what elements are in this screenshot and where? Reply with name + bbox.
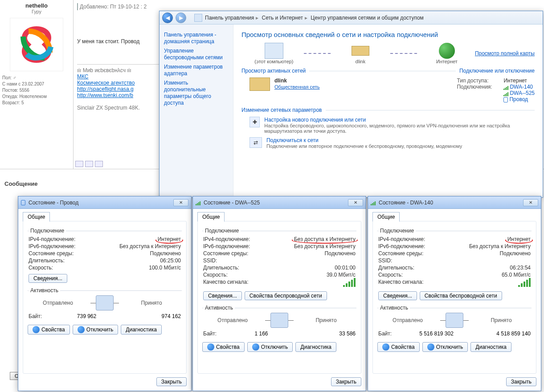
globe-icon	[439, 43, 455, 59]
bytes-sent: 5 516 819 302	[405, 331, 468, 337]
wifi-icon	[371, 200, 376, 205]
forum-author-cell: nethello Гуру Пол: ♂ С нами с 23.02.2007…	[0, 0, 74, 169]
close-icon[interactable]: ✕	[523, 199, 538, 206]
opt-new-connection[interactable]: ✚ Настройка нового подключения или сетиН…	[250, 117, 535, 134]
bytes-recv: 974 162	[118, 313, 181, 319]
close-button[interactable]: Закрыть	[331, 377, 361, 386]
bytes-recv: 33 586	[293, 331, 356, 337]
sig-link-tsenki[interactable]: http://www.tsenki.com/b	[77, 92, 133, 98]
sig-link-mks[interactable]: МКС	[77, 74, 89, 80]
titlebar[interactable]: Состояние - Провод ✕	[18, 196, 191, 209]
details-button[interactable]: Сведения...	[378, 291, 417, 300]
bench-icon	[250, 78, 270, 91]
signal-icon	[518, 279, 531, 287]
nav-back-button[interactable]: ◀	[162, 12, 173, 23]
ipv4-value: Интернет	[158, 236, 181, 242]
active-networks-label: Просмотр активных сетей	[241, 68, 306, 74]
close-icon[interactable]: ✕	[348, 199, 363, 206]
bytes-sent: 739 962	[55, 313, 118, 319]
sent-label: Отправлено	[29, 300, 87, 306]
post-icon	[77, 3, 78, 10]
sidebar: Панель управления - домашняя страница Уп…	[160, 24, 233, 197]
wire-icon	[21, 200, 25, 205]
close-button[interactable]: Закрыть	[506, 377, 536, 386]
computer-icon	[265, 43, 283, 59]
connect-disconnect-link[interactable]: Подключение или отключение	[459, 68, 535, 74]
network-center-window: ◀ ▶ Панель управления▸ Сеть и Интернет▸ …	[159, 11, 543, 198]
close-button[interactable]: Закрыть	[156, 377, 187, 386]
opt-connect-network[interactable]: ⇄ Подключиться к сетиПодключение или пов…	[250, 137, 535, 149]
properties-button[interactable]: Свойства	[202, 342, 245, 352]
sidebar-link-sharing[interactable]: Изменить дополнительные параметры общего…	[164, 80, 229, 106]
shield-icon	[78, 326, 85, 333]
sidebar-link-adapter[interactable]: Изменение параметров адаптера	[164, 64, 229, 77]
ipv4-value: Интернет	[507, 236, 531, 242]
status-window-wire: Состояние - Провод ✕ Общие Подключение I…	[18, 196, 192, 391]
main-pane: Просмотр основных сведений о сети и наст…	[233, 24, 543, 197]
full-map-link[interactable]: Просмотр полной карты	[475, 50, 535, 57]
conn-link-dwa140[interactable]: DWA-140	[510, 84, 533, 90]
titlebar[interactable]: Состояние - DWA--525 ✕	[193, 196, 366, 209]
conn-link-dwa525[interactable]: DWA--525	[510, 90, 535, 96]
nav-forward-button[interactable]: ▶	[176, 12, 186, 23]
message-heading: Сообщение	[4, 180, 38, 187]
bytes-sent: 1 166	[230, 331, 293, 337]
properties-button[interactable]: Свойства	[377, 342, 420, 352]
details-button[interactable]: Сведения...	[203, 291, 242, 300]
activity-computer-icon	[446, 313, 463, 328]
shield-icon	[382, 343, 389, 351]
sig-link-nasa[interactable]: http://spaceflight.nasa.g	[77, 86, 134, 92]
properties-button[interactable]: Свойства	[28, 325, 70, 335]
diagnose-button[interactable]: Диагностика	[470, 342, 511, 352]
author-meta: Пол: ♂ С нами с 23.02.2007 Постов: 5556 …	[2, 75, 71, 106]
shield-icon	[33, 326, 40, 333]
details-button[interactable]: Сведения...	[29, 274, 67, 283]
tab-general[interactable]: Общие	[372, 212, 400, 222]
access-type-value: Интернет	[503, 78, 527, 84]
shield-icon	[252, 343, 259, 351]
email-icon[interactable]	[95, 161, 103, 167]
shield-icon	[427, 343, 434, 351]
signal-icon	[343, 279, 356, 287]
recv-label: Принято	[122, 300, 181, 306]
wireless-props-button[interactable]: Свойства беспроводной сети	[245, 291, 327, 300]
pm-icon[interactable]	[85, 161, 93, 167]
sig-link-agency[interactable]: Космическое агентство	[77, 80, 135, 86]
wireless-props-button[interactable]: Свойства беспроводной сети	[420, 291, 502, 300]
change-params-label: Изменение сетевых параметров	[241, 107, 322, 113]
status-window-dwa140: Состояние - DWA-140 ✕ Общие Подключение …	[368, 196, 541, 391]
wifi-icon	[196, 200, 200, 205]
bytes-recv: 4 518 859 140	[468, 331, 531, 337]
activity-computer-icon	[270, 313, 288, 328]
titlebar[interactable]: Состояние - DWA-140 ✕	[368, 196, 541, 209]
close-icon[interactable]: ✕	[173, 199, 188, 206]
tab-general[interactable]: Общие	[197, 212, 225, 222]
disable-button[interactable]: Отключить	[73, 325, 119, 335]
author-rank: Гуру	[2, 9, 71, 14]
tab-general[interactable]: Общие	[23, 212, 50, 222]
network-name: dlink	[274, 78, 320, 84]
sidebar-link-wlan[interactable]: Управление беспроводными сетями	[164, 48, 229, 61]
plug-icon	[503, 97, 508, 102]
network-map: (этот компьютер) dlink Интернет Просмотр…	[250, 43, 535, 64]
router-icon	[352, 46, 369, 56]
control-panel-icon	[194, 14, 202, 22]
status-window-dwa525: Состояние - DWA--525 ✕ Общие Подключение…	[192, 196, 366, 391]
post-date: Добавлено: Пт 19-10-12 : 2	[80, 4, 147, 10]
post-action-icons	[75, 161, 103, 167]
profile-icon[interactable]	[75, 161, 83, 167]
conn-link-wire[interactable]: Провод	[509, 96, 528, 102]
diagnose-button[interactable]: Диагностика	[121, 325, 162, 335]
shield-icon	[207, 343, 214, 351]
network-type-link[interactable]: Общественная сеть	[274, 84, 320, 90]
breadcrumb[interactable]: Панель управления▸ Сеть и Интернет▸ Цент…	[205, 15, 424, 21]
disable-button[interactable]: Отключить	[422, 342, 468, 352]
avatar	[10, 18, 63, 71]
disable-button[interactable]: Отключить	[247, 342, 293, 352]
sidebar-link-home[interactable]: Панель управления - домашняя страница	[164, 32, 229, 45]
ipv4-value: Без доступа к Интернету	[294, 236, 356, 242]
diagnose-button[interactable]: Диагностика	[295, 342, 336, 352]
navbar: ◀ ▶ Панель управления▸ Сеть и Интернет▸ …	[160, 11, 543, 24]
page-title: Просмотр основных сведений о сети и наст…	[241, 31, 535, 38]
connect-net-icon: ⇄	[250, 137, 262, 148]
